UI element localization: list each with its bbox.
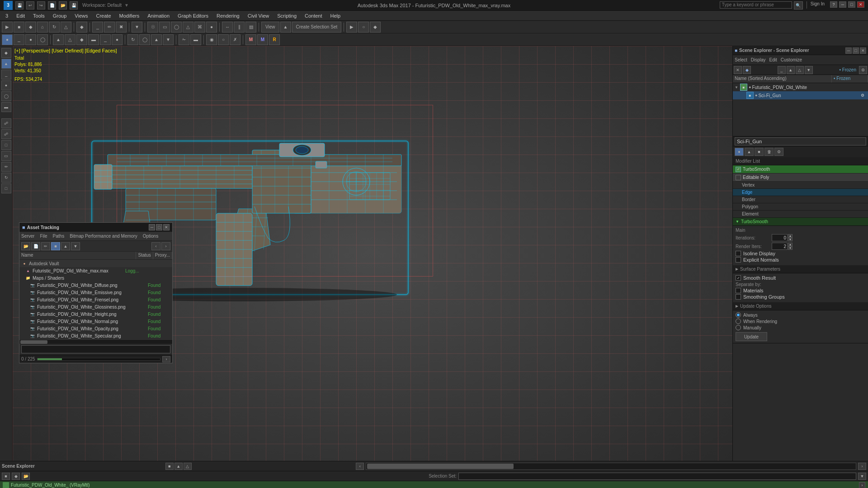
at-menu-file[interactable]: File [40, 234, 47, 239]
surface-params-header[interactable]: ▶ Surface Parameters [733, 265, 868, 273]
se-icon2[interactable]: ◆ [743, 66, 751, 74]
smooth-result-row[interactable]: Smooth Result [736, 275, 865, 281]
render-frame-btn[interactable]: ○ [358, 22, 369, 33]
asset-vault-row[interactable]: ● Autodesk Vault [19, 260, 172, 267]
zoom-extents-btn[interactable]: □ [1, 140, 11, 150]
create-selection-set-btn[interactable]: Create Selection Set [292, 22, 342, 33]
close-btn[interactable]: ✕ [857, 1, 864, 8]
curve-editor-btn[interactable]: ▲ [280, 22, 291, 33]
mod-sub-edge[interactable]: Edge [733, 189, 868, 196]
ts-isoline-row[interactable]: Isoline Display [736, 251, 865, 256]
rect-select-btn[interactable]: ▭ [159, 22, 170, 33]
extrude-btn[interactable]: ▲ [53, 34, 64, 45]
asset-hscroll-thumb[interactable] [20, 340, 47, 344]
menu-graph-editors[interactable]: Graph Editors [174, 12, 212, 19]
lasso-select-btn[interactable]: ⌘ [194, 22, 205, 33]
ts-explicit-row[interactable]: Explicit Normals [736, 257, 865, 263]
menu-tools[interactable]: Tools [29, 12, 48, 19]
max-viewport-btn[interactable]: □ [1, 183, 11, 193]
menu-rendering[interactable]: Rendering [213, 12, 243, 19]
file-specular-row[interactable]: 📷 Futuristic_PDW_Old_White_Specular.png … [19, 332, 172, 339]
bse-btn2[interactable]: ▲ [175, 463, 183, 470]
bse-scrollbar[interactable] [366, 463, 856, 470]
update-button[interactable]: Update [736, 332, 767, 341]
ts-iter-up[interactable]: ▲ [788, 234, 793, 238]
minimize-btn[interactable]: ─ [839, 1, 846, 8]
menu-create[interactable]: Create [93, 12, 115, 19]
shrink-btn[interactable]: ▼ [163, 34, 174, 45]
vertex-mode-btn[interactable]: ● [25, 34, 36, 45]
at-tool6[interactable]: ▼ [71, 242, 80, 250]
se-menu-select[interactable]: Select [735, 57, 747, 62]
file-height-row[interactable]: 📷 Futuristic_PDW_Old_White_Height.png Fo… [19, 310, 172, 318]
menu-scripting[interactable]: Scripting [274, 12, 300, 19]
bevel-btn[interactable]: △ [65, 34, 75, 45]
menu-animation[interactable]: Animation [144, 12, 173, 19]
loop-btn[interactable]: ↻ [127, 34, 138, 45]
file-normal-row[interactable]: 📷 Futuristic_PDW_Old_White_Normal.png Fo… [19, 318, 172, 325]
select-by-name-btn[interactable]: ☉ [147, 22, 158, 33]
at-tool1[interactable]: 📂 [21, 242, 30, 250]
asset-tracking-titlebar[interactable]: ■ Asset Tracking ─ □ ✕ [19, 223, 172, 232]
zoom-region-btn[interactable]: ▭ [1, 151, 11, 161]
update-options-header[interactable]: ▶ Update Options [733, 302, 868, 310]
bse-btn3[interactable]: △ [184, 463, 192, 470]
motion-panel-btn[interactable]: ● [1, 80, 11, 90]
chamfer-btn[interactable]: ◆ [76, 34, 87, 45]
sel-set-btn3[interactable]: 📂 [22, 473, 30, 480]
mod-icon2[interactable]: ▲ [745, 148, 754, 156]
file-glossiness-row[interactable]: 📷 Futuristic_PDW_Old_White_Glossiness.pn… [19, 303, 172, 310]
manually-row[interactable]: Manually [736, 325, 865, 330]
selection-set-input[interactable] [458, 473, 856, 480]
maps-folder-row[interactable]: 📁 Maps / Shaders [19, 274, 172, 282]
sel-set-dropdown[interactable]: ▼ [858, 473, 866, 480]
menu-civil-view[interactable]: Civil View [244, 12, 273, 19]
smoothing-groups-row[interactable]: Smoothing Groups [736, 294, 865, 300]
pan-btn[interactable]: ✏ [1, 162, 11, 172]
zoom-btn[interactable]: ☍ [1, 118, 11, 128]
sign-in-btn[interactable]: Sign In [811, 1, 825, 9]
bse-scroll-thumb[interactable] [367, 464, 514, 469]
zoom-all-btn[interactable]: ☍ [1, 129, 11, 139]
redo-btn[interactable]: ↪ [37, 1, 45, 9]
mod-sub-element[interactable]: Element [733, 211, 868, 218]
paint-select-btn[interactable]: ● [206, 22, 217, 33]
object-name-input[interactable]: Sci-Fi_Gun [735, 137, 866, 145]
at-menu-options[interactable]: Options [143, 234, 158, 239]
inset-btn[interactable]: ▬ [88, 34, 99, 45]
se-menu-display[interactable]: Display [751, 57, 766, 62]
at-menu-bitmap[interactable]: Bitmap Performance and Memory [70, 234, 137, 239]
help-btn[interactable]: ? [830, 1, 837, 8]
smoothing-check[interactable] [736, 294, 741, 300]
manually-radio[interactable] [736, 325, 741, 330]
ts-header[interactable]: ▼ TurboSmooth [733, 218, 868, 226]
mod-sub-border[interactable]: Border [733, 196, 868, 203]
quick-access-btn[interactable]: 💾 [15, 1, 24, 9]
display-panel-btn[interactable]: ◯ [1, 91, 11, 101]
search-input[interactable] [720, 1, 792, 9]
se-icon5[interactable]: △ [796, 66, 804, 74]
utility-panel-btn[interactable]: ▬ [1, 102, 11, 112]
file-frensel-row[interactable]: 📷 Futuristic_PDW_Old_White_Frensel.png F… [19, 296, 172, 303]
render-setup-btn[interactable]: R [269, 34, 280, 45]
at-minimize-btn[interactable]: ─ [149, 224, 155, 230]
at-path-input[interactable] [21, 345, 170, 353]
se-icon4[interactable]: ▲ [787, 66, 795, 74]
ts-explicit-check[interactable] [736, 257, 741, 263]
when-rendering-radio[interactable] [736, 319, 741, 324]
menu-views[interactable]: Views [71, 12, 91, 19]
at-tool7[interactable]: ‹ [151, 242, 160, 250]
bridge-btn[interactable]: ⎯ [100, 34, 111, 45]
when-rendering-row[interactable]: When Rendering [736, 319, 865, 324]
circ-select-btn[interactable]: ◯ [171, 22, 182, 33]
hierarchy-panel-btn[interactable]: ⎯ [1, 70, 11, 80]
material-editor-btn[interactable]: M [245, 34, 256, 45]
bse-selected-header[interactable]: Futuristic_PDW_Old_White_ (VRayMtl) › [0, 481, 868, 488]
at-tool3[interactable]: ✏ [41, 242, 50, 250]
select-filter-btn[interactable]: ◆ [25, 22, 36, 33]
view-btn[interactable]: View [261, 22, 279, 33]
search-btn[interactable]: 🔍 [794, 1, 803, 9]
cut-btn[interactable]: ✁ [179, 34, 189, 45]
se-maximize-btn[interactable]: □ [853, 47, 859, 54]
bse-scroll-right[interactable]: › [858, 463, 866, 470]
